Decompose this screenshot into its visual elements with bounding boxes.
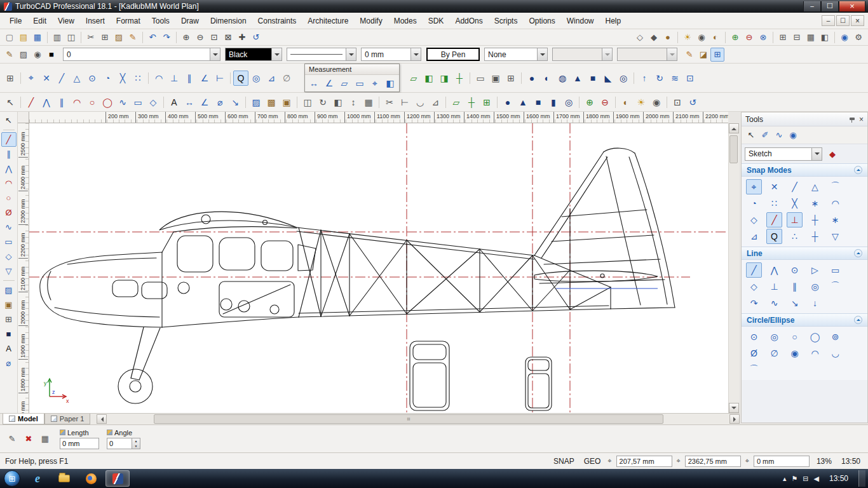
pin-icon[interactable] [849,116,855,123]
array-icon[interactable]: ▦ [361,95,376,110]
selector-2d-icon[interactable]: ⊞ [710,48,724,62]
palette-select[interactable]: Sketch [745,147,822,161]
scale-icon[interactable]: ↕ [346,95,361,110]
pen-properties-icon[interactable]: ✎ [3,48,17,62]
active-color-swatch[interactable]: ■ [44,48,58,62]
menu-insert[interactable]: Insert [80,14,111,28]
snap-parallel-icon[interactable]: ∥ [182,71,197,86]
snap-intersection-icon[interactable]: ╳ [787,196,803,211]
ellipse-icon[interactable]: ◯ [100,95,115,110]
arc-icon[interactable]: ◠ [69,95,85,110]
select-icon[interactable]: ↖ [3,95,18,110]
snap-centroid-icon[interactable]: △ [69,71,85,86]
snap-angle-icon[interactable]: ∠ [197,71,212,86]
text-tool-icon[interactable]: A [1,341,17,356]
measure-angle-icon[interactable]: ∠ [322,76,337,91]
torus-3d-icon[interactable]: ◎ [616,71,631,86]
taskbar-firefox-icon[interactable] [79,470,103,487]
x-coordinate-field[interactable]: 207,57 mm [616,456,672,467]
union-icon[interactable]: ⊕ [728,30,742,44]
magnetic-point-icon[interactable]: Q [233,71,248,86]
circle-tangent-icon[interactable]: ⊚ [827,329,843,344]
menu-architecture[interactable]: Architecture [302,14,354,28]
snap-grid-icon[interactable]: ∷ [130,71,146,86]
loft-icon[interactable]: ≋ [667,71,682,86]
dimension-tool-icon[interactable]: ⌀ [1,356,17,370]
menu-view[interactable]: View [52,14,80,28]
mdi-restore-button[interactable] [836,15,850,26]
drawing-canvas[interactable]: y z x [29,123,728,413]
circle-2point-icon[interactable]: ○ [787,329,803,344]
section-header-line[interactable]: Line [742,247,867,260]
menu-constraints[interactable]: Constraints [252,14,302,28]
panel-node-edit-icon[interactable]: ✐ [758,128,772,142]
taskbar-turbocad-button[interactable] [105,470,130,487]
hatch-tool-icon[interactable]: ▨ [1,283,17,297]
menu-modes[interactable]: Modes [388,14,423,28]
spline-icon[interactable]: ∿ [115,95,130,110]
polygon-tool-icon[interactable]: ▽ [1,264,17,278]
line-tangent-2arc-icon[interactable]: ⌒ [827,279,843,294]
workplane-icon[interactable]: ▱ [449,95,464,110]
wireframe-icon[interactable]: ◇ [633,30,647,44]
measurement-palette-title[interactable]: Measurement [305,64,399,75]
horizontal-scroll-thumb[interactable] [154,414,663,424]
snap-midpoint-icon[interactable]: ╱ [787,179,803,194]
zoom-window-icon[interactable]: ⊡ [207,30,221,44]
panel-close-icon[interactable]: × [859,116,864,123]
polyline-icon[interactable]: ⋀ [39,95,54,110]
line-style-select[interactable] [287,48,356,61]
snap-center-icon[interactable]: ⊙ [85,71,100,86]
line-point-icon[interactable]: ⊙ [787,262,803,278]
workplane-by-world-icon[interactable]: ▱ [406,71,421,86]
subtract-icon[interactable]: ⊖ [742,30,756,44]
no-snap-icon[interactable]: ∅ [279,71,294,86]
scroll-left-arrow[interactable] [97,414,107,424]
zoom-in-icon[interactable]: ⊕ [179,30,193,44]
vertical-scrollbar[interactable] [728,123,739,413]
collapse-chevron-icon[interactable] [854,316,862,324]
cut-icon[interactable]: ✂ [84,30,98,44]
panel-world-icon[interactable]: ◉ [786,128,800,142]
shell-icon[interactable]: ⊡ [682,71,698,86]
angle-input[interactable] [107,438,132,449]
cone-icon[interactable]: ▲ [515,95,531,110]
color-swatch[interactable]: ■ [1,327,17,341]
volume-icon[interactable]: ◀ [814,475,819,483]
measure-distance-icon[interactable]: ↔ [306,76,322,91]
tab-model[interactable]: Model [3,414,44,424]
scroll-right-arrow[interactable] [729,414,740,424]
sketch-palette-icon[interactable]: ◆ [825,147,839,161]
visibility-icon[interactable]: ◉ [31,48,44,62]
cone-3d-icon[interactable]: ▲ [570,71,585,86]
arc-center-icon[interactable]: ◠ [807,346,823,361]
rectangle-icon[interactable]: ▭ [130,95,146,110]
collapse-chevron-icon[interactable] [854,166,862,174]
mirror-icon[interactable]: ◧ [330,95,346,110]
snap-apparent-icon[interactable]: ⊿ [746,229,762,244]
snap-nearest-icon[interactable]: ◇ [746,212,762,227]
camera-icon[interactable]: ◉ [695,30,709,44]
angle-spinner[interactable]: ▲▼ [132,438,140,449]
sphere-3d-icon[interactable]: ● [524,71,539,86]
palette-select-arrow[interactable] [811,148,822,160]
menu-window[interactable]: Window [561,14,600,28]
extrude-icon[interactable]: ↑ [637,71,652,86]
extend-icon[interactable]: ⊢ [397,95,412,110]
paste-icon[interactable]: ▨ [112,30,126,44]
paper-space-icon[interactable]: ▣ [488,71,503,86]
brush-pattern-select[interactable]: None [484,48,548,61]
length-input[interactable] [60,438,99,449]
snap-intersection-icon[interactable]: ╳ [115,71,130,86]
grid-icon[interactable]: ⊞ [479,95,494,110]
tab-paper1[interactable]: Paper 1 [44,414,91,424]
mirror-copy-icon[interactable]: ◧ [818,30,832,44]
snap-tangent-icon[interactable]: ◠ [827,196,843,211]
line-parallel-icon[interactable]: ∥ [787,279,803,294]
snap-caddy-icon[interactable]: ∗ [827,212,843,227]
hidden-line-icon[interactable]: ◆ [647,30,661,44]
rotate-icon[interactable]: ↻ [315,95,330,110]
render-icon[interactable]: ◐ [618,95,634,110]
start-button[interactable] [4,470,20,487]
leader-icon[interactable]: ↘ [227,95,243,110]
